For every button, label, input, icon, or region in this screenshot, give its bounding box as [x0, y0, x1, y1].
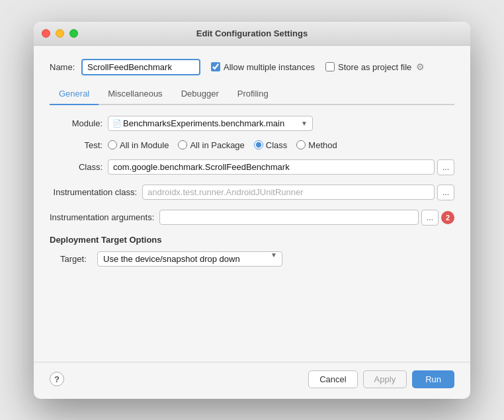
radio-all-in-package-label: All in Package [190, 140, 244, 150]
dialog-content: Name: Allow multiple instances Store as … [34, 46, 470, 357]
action-buttons: Cancel Apply Run [308, 370, 454, 388]
instrumentation-class-label: Instrumentation class: [50, 187, 142, 197]
name-label: Name: [50, 62, 76, 72]
deployment-heading: Deployment Target Options [50, 235, 454, 245]
instrumentation-args-row: Instrumentation arguments: ... 2 [50, 210, 454, 226]
class-label: Class: [50, 162, 103, 172]
module-row: Module: 📄 BenchmarksExperiments.benchmar… [50, 116, 454, 131]
module-select-wrapper: 📄 BenchmarksExperiments.benchmark.main ▼ [108, 116, 313, 131]
allow-multiple-checkbox[interactable] [211, 62, 220, 71]
apply-button[interactable]: Apply [363, 370, 407, 388]
radio-all-in-module-label: All in Module [120, 140, 169, 150]
instrumentation-class-input-group: ... [142, 185, 454, 200]
run-button[interactable]: Run [412, 370, 454, 388]
instrumentation-args-browse-button[interactable]: ... [421, 210, 439, 226]
tab-general[interactable]: General [50, 85, 99, 105]
test-row: Test: All in Module All in Package Class [50, 140, 454, 150]
allow-multiple-label: Allow multiple instances [224, 62, 315, 72]
tab-debugger[interactable]: Debugger [172, 85, 228, 105]
target-select-wrapper: Use the device/snapshot drop down ▼ [97, 251, 282, 267]
radio-method-label: Method [308, 140, 337, 150]
instrumentation-args-input-group: ... 2 [159, 210, 454, 226]
deployment-section: Deployment Target Options Target: Use th… [50, 235, 454, 267]
class-input[interactable] [108, 159, 435, 175]
radio-all-in-package-input[interactable] [178, 140, 187, 149]
radio-class-label: Class [266, 140, 288, 150]
form-body: Module: 📄 BenchmarksExperiments.benchmar… [50, 116, 454, 346]
cancel-button[interactable]: Cancel [308, 370, 357, 388]
class-browse-button[interactable]: ... [437, 159, 454, 175]
tab-miscellaneous[interactable]: Miscellaneous [99, 85, 171, 105]
allow-multiple-item[interactable]: Allow multiple instances [211, 62, 315, 72]
tab-profiling[interactable]: Profiling [228, 85, 278, 105]
instrumentation-args-badge: 2 [441, 211, 454, 224]
store-project-label: Store as project file [338, 62, 411, 72]
radio-all-in-module[interactable]: All in Module [108, 140, 169, 150]
radio-method-input[interactable] [296, 140, 306, 149]
options-group: Allow multiple instances Store as projec… [211, 62, 425, 72]
test-label: Test: [50, 140, 103, 150]
title-bar: Edit Configuration Settings [34, 22, 470, 46]
class-input-group: ... [108, 159, 454, 175]
class-row: Class: ... [50, 159, 454, 175]
radio-method[interactable]: Method [296, 140, 337, 150]
target-select[interactable]: Use the device/snapshot drop down [97, 251, 282, 267]
radio-all-in-module-input[interactable] [108, 140, 117, 149]
maximize-button[interactable] [69, 29, 78, 38]
bottom-bar: ? Cancel Apply Run [34, 362, 470, 399]
module-icon: 📄 [112, 119, 122, 128]
module-select[interactable]: BenchmarksExperiments.benchmark.main [108, 116, 313, 131]
close-button[interactable] [42, 29, 50, 38]
instrumentation-args-input[interactable] [159, 210, 419, 225]
radio-class-input[interactable] [254, 140, 263, 149]
target-row: Target: Use the device/snapshot drop dow… [60, 251, 454, 267]
instrumentation-class-input[interactable] [142, 185, 435, 200]
module-label: Module: [50, 118, 103, 128]
test-radio-group: All in Module All in Package Class Metho… [108, 140, 337, 150]
radio-class[interactable]: Class [254, 140, 288, 150]
dialog-window: Edit Configuration Settings Name: Allow … [34, 22, 470, 399]
window-controls [42, 29, 78, 38]
name-row: Name: Allow multiple instances Store as … [50, 59, 454, 75]
window-title: Edit Configuration Settings [196, 28, 308, 38]
radio-all-in-package[interactable]: All in Package [178, 140, 244, 150]
target-label: Target: [60, 254, 92, 264]
help-button[interactable]: ? [50, 372, 64, 386]
store-project-item[interactable]: Store as project file ⚙ [325, 62, 425, 72]
instrumentation-class-row: Instrumentation class: ... [50, 185, 454, 200]
minimize-button[interactable] [56, 29, 64, 38]
name-input[interactable] [81, 59, 200, 75]
tabs-bar: General Miscellaneous Debugger Profiling [50, 85, 454, 105]
gear-icon: ⚙ [416, 62, 425, 72]
instrumentation-args-label: Instrumentation arguments: [50, 212, 159, 222]
instrumentation-class-browse-button[interactable]: ... [437, 185, 454, 200]
store-project-checkbox[interactable] [325, 62, 335, 71]
